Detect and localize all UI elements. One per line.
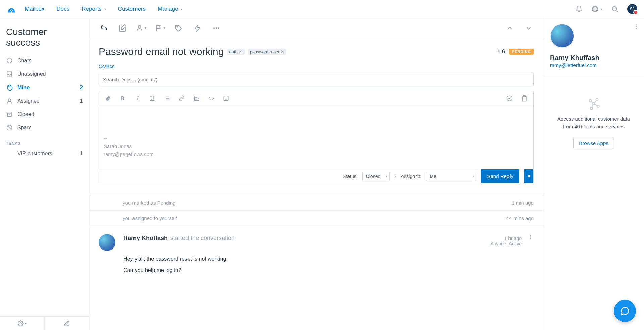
svg-point-20 (636, 26, 637, 28)
send-reply-button[interactable]: Send Reply (481, 169, 519, 183)
sidebar-item-chats[interactable]: Chats (0, 54, 89, 67)
sidebar: Customer success ChatsUnassignedMine2Ass… (0, 18, 89, 330)
thread-more-icon[interactable] (528, 234, 534, 240)
svg-point-18 (530, 238, 531, 239)
sidebar-team-item[interactable]: VIP customers1 (0, 147, 89, 160)
activity-row: you assigned to yourself44 mins ago (89, 210, 543, 226)
customer-avatar-large (550, 24, 574, 48)
nav-customers[interactable]: Customers (118, 6, 146, 12)
compose-editor[interactable]: -- Sarah Jonas ramy@pageflows.com (99, 105, 533, 169)
nav-reports[interactable]: Reports▾ (82, 6, 106, 12)
discard-icon[interactable] (520, 94, 529, 103)
svg-point-10 (216, 28, 217, 29)
chat-icon (6, 57, 13, 64)
status-flag-icon[interactable]: ▾ (155, 23, 165, 33)
svg-point-7 (138, 25, 141, 28)
code-icon[interactable] (207, 94, 216, 103)
reply-icon[interactable] (99, 23, 109, 33)
customer-email[interactable]: ramy@letterfuel.com (550, 62, 637, 68)
sidebar-compose-button[interactable] (44, 317, 89, 330)
assign-select[interactable]: Me (426, 172, 476, 181)
current-user-avatar[interactable]: SJ (627, 4, 637, 14)
archive-icon (6, 111, 13, 118)
conversation-number: # 6 (498, 49, 505, 55)
assign-label: Assign to: (401, 174, 421, 179)
italic-icon[interactable]: I (133, 94, 142, 103)
svg-point-13 (195, 97, 196, 98)
ccbcc-toggle[interactable]: Cc/Bcc (99, 63, 115, 69)
svg-rect-4 (7, 112, 12, 113)
svg-point-21 (636, 28, 637, 29)
note-icon[interactable] (117, 23, 127, 33)
tag-remove-icon[interactable]: ✕ (281, 49, 284, 54)
sidebar-item-unassigned[interactable]: Unassigned (0, 67, 89, 81)
emoji-icon[interactable] (222, 94, 230, 103)
sidebar-item-count: 2 (80, 85, 83, 91)
svg-point-2 (612, 7, 617, 11)
sidebar-footer: ▾ (0, 316, 89, 330)
teams-heading: TEAMS (0, 134, 89, 147)
activity-time: 1 min ago (512, 200, 534, 206)
chevron-right-icon: › (394, 173, 396, 179)
compose-box: B I U -- Sarah Jonas ramy@pageflows.com … (99, 91, 534, 183)
ban-icon (6, 124, 13, 131)
activity-row: you marked as Pending1 min ago (89, 195, 543, 210)
tag-icon[interactable] (174, 23, 184, 33)
link-icon[interactable] (177, 94, 186, 103)
user-icon (6, 98, 13, 104)
sidebar-item-count: 1 (80, 98, 83, 104)
sidebar-item-label: Spam (17, 125, 32, 131)
apps-promo-text: Access additional customer data from 40+… (555, 115, 632, 130)
sidebar-item-closed[interactable]: Closed (0, 108, 89, 121)
sidebar-settings-button[interactable]: ▾ (0, 317, 44, 330)
top-nav: Mailbox Docs Reports▾ Customers Manage▾ … (0, 0, 644, 18)
status-badge: PENDING (509, 49, 534, 55)
status-select[interactable]: Closed (362, 172, 390, 181)
signature-name: Sarah Jonas (104, 142, 529, 150)
conversation-tag[interactable]: auth✕ (227, 49, 245, 55)
activity-text: you assigned to yourself (123, 215, 177, 221)
send-reply-dropdown[interactable]: ▾ (524, 169, 533, 183)
message-line: Can you help me log in? (123, 265, 534, 276)
sidebar-item-spam[interactable]: Spam (0, 121, 89, 134)
search-icon[interactable] (611, 5, 619, 13)
workflow-icon[interactable] (193, 23, 203, 33)
more-horizontal-icon[interactable] (211, 23, 221, 33)
tag-remove-icon[interactable]: ✕ (239, 49, 243, 54)
image-icon[interactable] (192, 94, 201, 103)
underline-icon[interactable]: U (148, 94, 157, 103)
svg-rect-14 (224, 96, 228, 101)
nav-manage[interactable]: Manage▾ (158, 6, 182, 12)
search-docs-input[interactable] (103, 77, 529, 82)
saved-reply-icon[interactable] (505, 94, 514, 103)
attachment-icon[interactable] (104, 94, 112, 103)
sidebar-item-assigned[interactable]: Assigned1 (0, 94, 89, 108)
sidebar-item-mine[interactable]: Mine2 (0, 81, 89, 94)
profile-more-icon[interactable] (633, 24, 639, 30)
beacon-fab[interactable] (614, 300, 636, 322)
list-icon[interactable] (163, 94, 171, 103)
prev-conversation-icon[interactable] (505, 23, 515, 33)
conversation-toolbar: ▾ ▾ (89, 18, 543, 38)
conversation-tag[interactable]: password reset✕ (248, 49, 286, 55)
nav-mailbox[interactable]: Mailbox (25, 6, 45, 12)
svg-point-22 (589, 100, 592, 102)
nav-docs[interactable]: Docs (57, 6, 70, 12)
thread-message: Ramy Khuffash started the conversation 1… (89, 226, 543, 284)
browse-apps-button[interactable]: Browse Apps (573, 137, 614, 149)
svg-point-8 (177, 26, 178, 27)
sidebar-item-label: VIP customers (17, 151, 52, 157)
app-logo[interactable] (7, 4, 16, 14)
sidebar-item-label: Chats (17, 58, 32, 64)
bold-icon[interactable]: B (118, 94, 127, 103)
next-conversation-icon[interactable] (524, 23, 534, 33)
thread-author: Ramy Khuffash (123, 235, 168, 242)
signature-divider: -- (104, 134, 529, 142)
assign-user-icon[interactable]: ▾ (136, 23, 146, 33)
signature-email: ramy@pageflows.com (104, 150, 529, 158)
bell-icon[interactable] (575, 5, 583, 13)
sidebar-item-label: Unassigned (17, 71, 46, 77)
conversation-pane: ▾ ▾ Password email not working auth✕ pas… (89, 18, 543, 330)
search-docs-field[interactable] (99, 73, 534, 86)
lifebuoy-icon[interactable]: ▾ (591, 5, 602, 13)
